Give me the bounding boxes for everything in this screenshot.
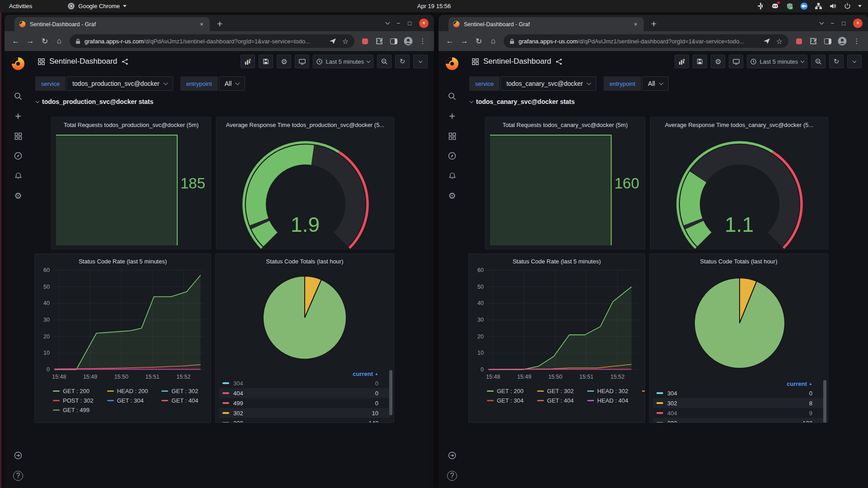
service-variable-select[interactable]: todos_canary_svc@docker <box>500 76 596 91</box>
dashboard-title[interactable]: Sentinel-Dashboard <box>483 57 551 66</box>
network-icon[interactable] <box>815 2 822 10</box>
legend-item[interactable]: GET : 302 <box>537 388 574 394</box>
cycle-view-tv-button[interactable] <box>295 55 309 68</box>
legend-item[interactable]: POST : 302 <box>53 397 94 404</box>
back-button[interactable]: ← <box>9 34 23 48</box>
extensions-puzzle-icon[interactable] <box>807 34 820 48</box>
forward-button[interactable]: → <box>458 34 471 48</box>
help-icon[interactable]: ? <box>447 471 457 481</box>
pie-legend-row[interactable]: 4990 <box>219 398 390 408</box>
browser-menu-kebab[interactable]: ⋮ <box>416 34 429 48</box>
save-dashboard-button[interactable] <box>693 55 707 68</box>
legend-item[interactable]: GET : 304 <box>107 397 148 404</box>
pie-legend-row[interactable]: 4049 <box>653 408 824 418</box>
total-requests-panel[interactable]: Total Requests todos_production_svc@dock… <box>51 117 211 249</box>
dashboard-grid-icon[interactable] <box>472 58 479 65</box>
search-icon[interactable] <box>9 87 27 105</box>
pie-legend-row[interactable]: 200122 <box>653 418 824 423</box>
clock[interactable]: Apr 19 15:56 <box>0 3 868 9</box>
legend-item[interactable]: HEAD : 302 <box>587 388 628 394</box>
extension-icon[interactable] <box>358 34 372 48</box>
avg-response-time-panel[interactable]: Average Response Time todos_production_s… <box>216 117 394 249</box>
line-chart-svg[interactable]: 15:4815:4915:5015:5115:520102030405060 <box>472 267 642 384</box>
legend-item[interactable]: POST : 302 <box>642 388 645 394</box>
side-panel-icon[interactable] <box>821 34 835 48</box>
tab-close-icon[interactable]: × <box>632 20 640 28</box>
legend-item[interactable]: GET : 304 <box>487 397 524 404</box>
service-variable-select[interactable]: todos_production_svc@docker <box>66 76 173 91</box>
url-bar[interactable]: grafana.apps-r-us.com /d/qPdAviJmz1/sent… <box>504 34 788 48</box>
status-code-totals-panel[interactable]: Status Code Totals (last hour) current ▲… <box>215 253 394 423</box>
camera-icon[interactable] <box>800 2 808 10</box>
power-icon[interactable] <box>844 2 851 10</box>
maximize-button[interactable]: □ <box>842 20 845 27</box>
legend-item[interactable]: HEAD : 404 <box>587 397 628 404</box>
refresh-button[interactable]: ↻ <box>395 55 410 68</box>
explore-compass-icon[interactable] <box>9 147 27 165</box>
entrypoint-variable-select[interactable]: All <box>219 76 245 91</box>
help-icon[interactable]: ? <box>13 471 23 481</box>
dashboards-icon[interactable] <box>9 127 27 145</box>
time-range-picker[interactable]: Last 5 minutes <box>313 55 373 68</box>
home-button[interactable]: ⌂ <box>486 34 500 48</box>
legend-item[interactable]: GET : 499 <box>53 407 94 413</box>
sign-in-icon[interactable] <box>443 446 461 465</box>
status-code-rate-panel[interactable]: Status Code Rate (last 5 minutes) 15:481… <box>468 253 645 423</box>
pie-legend-row[interactable]: 200142 <box>219 418 390 423</box>
total-requests-panel[interactable]: Total Requests todos_canary_svc@docker (… <box>485 117 645 249</box>
legend-scrollbar[interactable] <box>389 370 392 415</box>
extensions-puzzle-icon[interactable] <box>373 34 386 48</box>
panel-title[interactable]: Total Requests todos_production_svc@dock… <box>52 120 211 131</box>
entrypoint-variable-select[interactable]: All <box>642 76 669 91</box>
tab-search-chevron-icon[interactable] <box>385 20 390 25</box>
dashboard-settings-button[interactable]: ⚙ <box>277 55 291 68</box>
profile-avatar[interactable] <box>835 34 849 48</box>
bookmark-star-icon[interactable]: ☆ <box>776 37 783 46</box>
lock-icon[interactable] <box>75 38 80 44</box>
dashboards-icon[interactable] <box>443 127 461 145</box>
share-icon[interactable] <box>122 58 128 65</box>
tab-search-chevron-icon[interactable] <box>819 20 824 25</box>
pie-legend-sort-header[interactable]: current ▲ <box>219 369 390 378</box>
maximize-button[interactable]: □ <box>408 20 411 27</box>
minimize-button[interactable]: − <box>397 20 401 27</box>
profile-avatar[interactable] <box>401 34 415 48</box>
explore-compass-icon[interactable] <box>443 147 461 165</box>
back-button[interactable]: ← <box>443 34 457 48</box>
bookmark-star-icon[interactable]: ☆ <box>342 37 349 46</box>
alerting-bell-icon[interactable] <box>443 167 461 185</box>
new-tab-button[interactable]: + <box>651 19 656 28</box>
panel-title[interactable]: Status Code Rate (last 5 minutes) <box>35 256 211 267</box>
cycle-view-tv-button[interactable] <box>729 55 743 68</box>
pie-legend-row[interactable]: 3028 <box>653 398 824 408</box>
add-panel-button[interactable] <box>241 55 255 68</box>
activities-button[interactable]: Activities <box>9 3 32 9</box>
home-button[interactable]: ⌂ <box>52 34 66 48</box>
dashboard-settings-button[interactable]: ⚙ <box>711 55 725 68</box>
close-button[interactable]: × <box>419 19 429 28</box>
search-icon[interactable] <box>443 87 461 105</box>
forward-button[interactable]: → <box>24 34 37 48</box>
configuration-gear-icon[interactable]: ⚙ <box>443 187 461 205</box>
legend-scrollbar[interactable] <box>823 380 826 423</box>
volume-icon[interactable] <box>829 2 837 10</box>
browser-menu-kebab[interactable]: ⋮ <box>850 34 863 48</box>
close-button[interactable]: × <box>853 19 863 28</box>
refresh-interval-chevron[interactable] <box>847 55 862 68</box>
create-plus-icon[interactable]: + <box>443 107 461 125</box>
configuration-gear-icon[interactable]: ⚙ <box>9 187 27 205</box>
tab-close-icon[interactable]: × <box>198 20 206 28</box>
row-header[interactable]: todos_production_svc@docker stats <box>36 98 434 105</box>
lock-icon[interactable] <box>509 38 514 44</box>
new-tab-button[interactable]: + <box>217 19 222 28</box>
chevron-down-icon[interactable] <box>858 5 862 7</box>
legend-item[interactable]: GET : 200 <box>53 388 94 394</box>
save-dashboard-button[interactable] <box>259 55 273 68</box>
panel-title[interactable]: Status Code Rate (last 5 minutes) <box>469 256 645 267</box>
pie-legend-row[interactable]: 4040 <box>219 388 390 398</box>
pie-legend-sort-header[interactable]: current ▲ <box>653 379 824 388</box>
app-menu[interactable]: Google Chrome <box>67 2 127 10</box>
status-code-rate-panel[interactable]: Status Code Rate (last 5 minutes) 15:481… <box>34 253 211 423</box>
add-panel-button[interactable] <box>675 55 689 68</box>
legend-item[interactable]: GET : 302 <box>161 388 198 394</box>
